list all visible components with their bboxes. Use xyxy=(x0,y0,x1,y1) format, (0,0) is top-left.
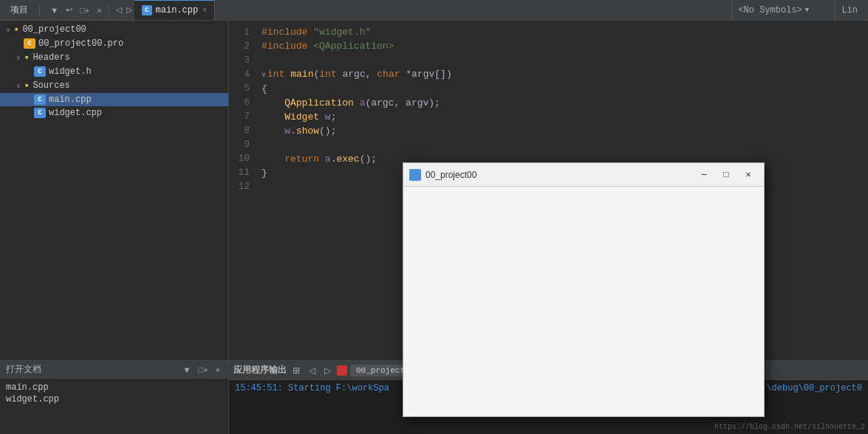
arrow-headers: ∨ xyxy=(13,54,24,62)
label-pro: 00_project00.pro xyxy=(38,38,123,49)
doc-item-main-cpp[interactable]: main.cpp xyxy=(6,382,59,393)
app-window-content xyxy=(403,187,764,416)
tree-item-sources[interactable]: ∨ ▪ Sources xyxy=(0,78,228,93)
label-widget-cpp: widget.cpp xyxy=(49,108,102,118)
tree-item-widget-cpp[interactable]: C widget.cpp xyxy=(0,106,228,120)
label-main-cpp: main.cpp xyxy=(49,94,92,105)
output-log-left: 15:45:51: Starting F:\workSpa xyxy=(235,383,389,393)
tree-item-pro[interactable]: C 00_project00.pro xyxy=(0,37,228,50)
app-window-btns: ─ □ ✕ xyxy=(694,167,758,183)
output-prev-icon[interactable]: ◁ xyxy=(306,364,318,377)
tab-bar: C main.cpp × xyxy=(134,0,732,21)
doc-item-widget-cpp[interactable]: widget.cpp xyxy=(6,393,59,405)
folder-icon-headers: ▪ xyxy=(24,52,30,63)
nav-forward-icon[interactable]: ▷ xyxy=(124,4,134,16)
app-window[interactable]: 00_project00 ─ □ ✕ xyxy=(403,162,765,417)
h-file-icon: C xyxy=(34,66,46,77)
tab-filename: main.cpp xyxy=(156,5,199,16)
lin-panel: Lin xyxy=(835,0,864,21)
toolbar-icons: ▼ ↩ □+ × xyxy=(48,4,103,16)
app-window-app-icon xyxy=(409,169,421,181)
open-docs-add[interactable]: □+ xyxy=(196,364,210,376)
folder-icon-sources: ▪ xyxy=(24,80,30,92)
line-numbers: 1 2 3 4 5 6 7 8 9 10 11 12 xyxy=(229,24,256,357)
folder-icon-root: ▪ xyxy=(13,24,19,35)
output-stop-btn[interactable] xyxy=(337,365,347,376)
output-next-icon[interactable]: ▷ xyxy=(321,364,334,377)
app-window-titlebar: 00_project00 ─ □ ✕ xyxy=(403,163,764,187)
tab-main-cpp[interactable]: C main.cpp × xyxy=(134,0,216,20)
pro-file-icon: C xyxy=(24,38,35,49)
app-close-btn[interactable]: ✕ xyxy=(739,167,758,183)
link-icon[interactable]: ↩ xyxy=(64,4,75,16)
app-maximize-btn[interactable]: □ xyxy=(717,167,736,183)
tree-item-main-cpp[interactable]: C main.cpp xyxy=(0,93,228,106)
toolbar-divider1 xyxy=(109,4,109,17)
close-panel-icon[interactable]: × xyxy=(95,4,103,16)
open-docs-close[interactable]: × xyxy=(213,364,222,376)
nav-back-icon[interactable]: ◁ xyxy=(114,4,124,16)
tab-cpp-icon: C xyxy=(142,5,152,16)
open-docs-header: 打开文档 ▼ □+ × xyxy=(0,361,228,379)
symbols-arrow: ▼ xyxy=(805,7,809,14)
top-toolbar: 项目 | ▼ ↩ □+ × ◁ ▷ C main.cpp × <No Symbo… xyxy=(0,0,868,21)
label-widget-h: widget.h xyxy=(49,66,92,77)
app-window-title: 00_project00 xyxy=(426,170,694,180)
lin-label: Lin xyxy=(841,5,858,16)
docs-list-container: main.cpp widget.cpp xyxy=(0,379,228,434)
bottom-left-panel: 打开文档 ▼ □+ × main.cpp widget.cpp xyxy=(0,361,229,434)
tree-item-root[interactable]: ∨ ▪ 00_project00 xyxy=(0,22,228,37)
project-panel: ∨ ▪ 00_project00 C 00_project00.pro ∨ ▪ … xyxy=(0,21,229,360)
open-docs-title: 打开文档 xyxy=(6,363,41,376)
tab-close-icon[interactable]: × xyxy=(202,7,207,15)
symbols-dropdown[interactable]: <No Symbols> ▼ xyxy=(731,0,835,21)
tree-item-widget-h[interactable]: C widget.h xyxy=(0,65,228,78)
label-sources: Sources xyxy=(33,80,69,91)
tree-container: ∨ ▪ 00_project00 C 00_project00.pro ∨ ▪ … xyxy=(0,21,228,360)
toolbar-sep1: | xyxy=(37,5,42,16)
cpp-main-icon: C xyxy=(34,94,46,105)
tree-item-headers[interactable]: ∨ ▪ Headers xyxy=(0,50,228,65)
cpp-widget-icon: C xyxy=(34,108,46,118)
output-log-right: \debug\00_project0 xyxy=(766,383,862,393)
docs-list: main.cpp widget.cpp xyxy=(0,379,65,434)
symbols-label: <No Symbols> xyxy=(738,5,802,16)
app-minimize-btn[interactable]: ─ xyxy=(694,167,714,183)
label-headers: Headers xyxy=(33,52,69,63)
arrow-root: ∨ xyxy=(3,26,13,34)
label-root: 00_project00 xyxy=(22,24,86,35)
output-grid-icon[interactable]: ⊞ xyxy=(290,364,303,377)
scroll-area xyxy=(222,379,228,434)
filter-icon[interactable]: ▼ xyxy=(48,4,61,16)
open-docs-dropdown[interactable]: ▼ xyxy=(181,364,194,376)
output-title: 应用程序输出 xyxy=(233,364,287,376)
arrow-sources: ∨ xyxy=(13,82,24,90)
add-panel-icon[interactable]: □+ xyxy=(78,4,92,16)
watermark: https://blog.csdn.net/silhouette_2 xyxy=(714,423,865,431)
project-label: 项目 xyxy=(4,4,34,16)
